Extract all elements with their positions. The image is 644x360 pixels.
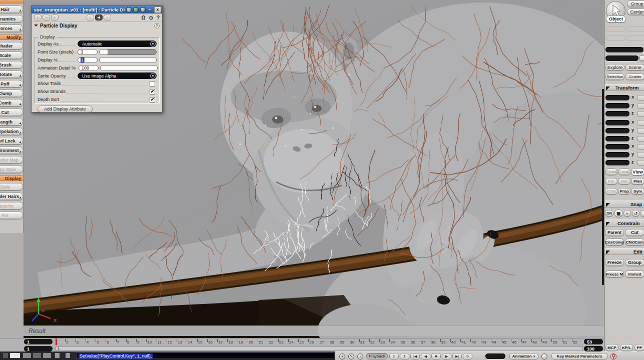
cut-button[interactable]: Cut (625, 229, 644, 236)
close-button[interactable]: x (154, 6, 161, 13)
selection-button[interactable]: Selection (605, 74, 624, 80)
par-button[interactable]: Par (605, 178, 617, 184)
panel-tab-pp[interactable]: PP (634, 344, 644, 351)
transform-header[interactable]: Transform (604, 84, 644, 91)
toolbar-button-interpolation[interactable]: Interpolation (0, 128, 23, 135)
freeze-m-button[interactable]: Freeze M (605, 270, 624, 278)
key-icon[interactable] (610, 354, 616, 360)
last-frame-button[interactable]: ▶| (452, 353, 462, 360)
toolbar-button-scale[interactable]: Scale (0, 52, 23, 59)
status-mini-button[interactable] (55, 353, 60, 358)
toolbar-button-copy-style[interactable]: Copy Style (0, 166, 23, 173)
history-icon[interactable]: ● (34, 14, 42, 20)
snap-on-toggle[interactable]: ON (605, 210, 613, 216)
transform-z-field[interactable] (605, 111, 629, 116)
status-mini-button[interactable] (33, 353, 41, 358)
selection-text-field[interactable] (605, 47, 643, 52)
toolbar-button-comb[interactable]: Comb (0, 99, 23, 106)
group-button[interactable]: Group (625, 259, 644, 266)
transform-y-field[interactable] (605, 103, 629, 108)
cog-button[interactable]: COG (605, 188, 617, 194)
transform-z-field[interactable] (605, 136, 629, 142)
range-start-field[interactable]: 1 (24, 346, 53, 352)
status-mini-button[interactable] (3, 353, 8, 358)
axis-option-button[interactable] (637, 144, 644, 150)
stop-button[interactable]: ■ (431, 353, 441, 360)
status-mini-button[interactable] (43, 353, 51, 358)
dialog-titlebar[interactable]: sse_orangutan_v01 : [multi] : Particle D… (32, 6, 162, 14)
snap-point-icon[interactable]: ▣ (614, 210, 622, 217)
anim-detail-slider[interactable] (100, 65, 158, 71)
keyframe-icon[interactable] (140, 7, 146, 12)
transform-x-field[interactable] (605, 144, 629, 150)
panel-tab-mcp[interactable]: MCP (605, 344, 618, 351)
filter-text-field[interactable] (605, 56, 638, 61)
snap-header[interactable]: Snap (604, 200, 644, 208)
range-end-field[interactable]: 100 (584, 346, 603, 352)
point-size-slider[interactable] (99, 49, 157, 55)
toolbar-button-environment[interactable]: Environment (0, 146, 23, 154)
depth-sort-checkbox[interactable]: ✔ (150, 97, 155, 102)
transform-x-field[interactable] (605, 120, 629, 126)
toolbar-button-fre[interactable]: Fre (0, 212, 23, 219)
transform-y-field[interactable] (605, 152, 629, 158)
plane-button[interactable]: Plan (631, 178, 644, 184)
current-frame-field[interactable]: 1 (24, 339, 53, 344)
edit-header[interactable]: Edit (604, 248, 644, 255)
toolbar-button-rotate[interactable]: Rotate (0, 70, 23, 78)
scene-button[interactable]: Scene (625, 64, 644, 70)
display-pct-input[interactable]: 1 (78, 57, 98, 63)
filter-nub-button[interactable] (639, 56, 644, 61)
toolbar-button-length[interactable]: Length (0, 118, 23, 126)
forward-arrow-icon[interactable]: ▸ (51, 14, 59, 20)
page-down-icon[interactable]: ▫ (104, 14, 111, 20)
back-arrow-icon[interactable]: ◂ (43, 14, 50, 20)
transform-x-field[interactable] (605, 95, 629, 100)
help-icon[interactable]: ? (157, 15, 160, 20)
immed-button[interactable]: Immed (625, 270, 644, 278)
sym-button[interactable]: Sym (631, 188, 644, 194)
display-pct-slider[interactable] (99, 57, 157, 63)
sprite-opacity-dropdown[interactable]: Use Image Alpha ▼ (78, 72, 157, 79)
loop-button[interactable]: ↻ (463, 353, 472, 360)
object-button[interactable]: Object (606, 16, 626, 22)
view-button[interactable]: View (631, 168, 644, 176)
toolbar-button-dynamics[interactable]: Dynamics (0, 15, 23, 22)
axis-option-button[interactable] (637, 128, 644, 134)
toolbar-button-brush[interactable]: Brush (0, 61, 23, 68)
toolbar-button-puff[interactable]: Puff (0, 80, 23, 88)
anim-detail-input[interactable]: 100 (79, 65, 99, 71)
toolbar-button-style[interactable]: Style (0, 183, 23, 190)
status-mini-button[interactable] (10, 353, 20, 358)
nav-left-icon[interactable]: ◀ (95, 14, 103, 20)
axis-option-button[interactable] (637, 111, 644, 116)
toolbar-button-hair[interactable]: Hair (0, 6, 23, 13)
axis-option-button[interactable] (637, 120, 644, 126)
prev-frame-button[interactable]: ◀ (421, 353, 430, 360)
snap-extra-icon[interactable] (640, 210, 644, 216)
minimize-button[interactable]: – (147, 7, 152, 12)
point-size-input[interactable]: 3 (78, 49, 98, 55)
section-particle-display[interactable]: Particle Display ? (32, 22, 162, 29)
status-mini-button[interactable] (23, 353, 31, 358)
axis-option-button[interactable] (637, 136, 644, 142)
cluster-button[interactable]: Cluster (625, 74, 644, 80)
timeline-track[interactable]: 2345678910111213141516171819202122232425… (55, 338, 583, 345)
camera-icon[interactable]: ⊙ (149, 15, 153, 20)
chldcomp-button[interactable]: ChldCom (625, 238, 644, 246)
panel-tab-kp-l[interactable]: KP/L (620, 344, 633, 351)
add-display-attribute-button[interactable]: Add Display Attribute (38, 106, 93, 112)
show-strands-checkbox[interactable]: ✔ (150, 89, 155, 94)
toolbar-button-cut[interactable]: Cut (0, 108, 23, 116)
script-icon[interactable]: ✎ (348, 354, 354, 360)
lock-icon[interactable] (126, 7, 132, 12)
axis-option-button[interactable] (637, 160, 644, 166)
toolbar-button-shader[interactable]: Shader (0, 42, 23, 50)
freeze-button[interactable]: Freeze (605, 259, 624, 266)
options-gear-icon[interactable]: + (357, 354, 363, 360)
playhead[interactable] (56, 338, 57, 345)
center-button[interactable]: Center (627, 8, 644, 15)
constrain-header[interactable]: Constrain (604, 220, 644, 226)
toolbar-button-stretchy[interactable]: Stretchy (0, 202, 23, 210)
animation-menu-button[interactable]: Animation▼ (509, 353, 538, 360)
